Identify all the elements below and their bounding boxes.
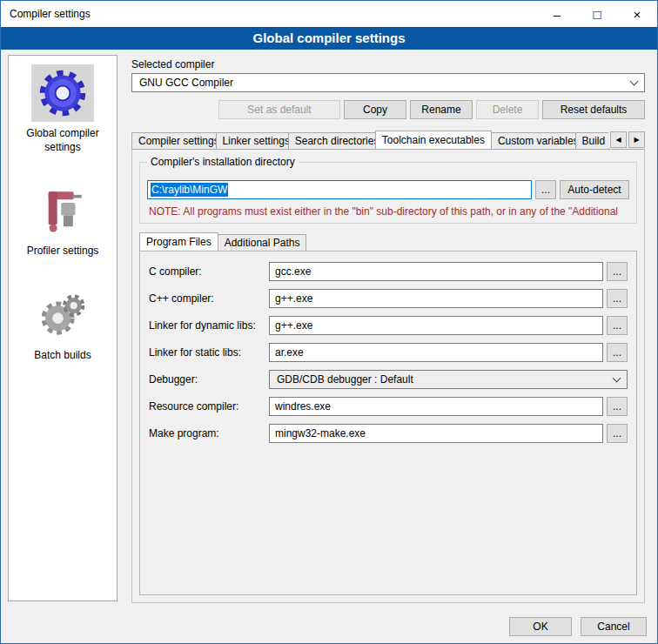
- static-linker-browse-button[interactable]: ...: [607, 343, 628, 362]
- tab-additional-paths[interactable]: Additional Paths: [218, 234, 307, 251]
- cancel-button[interactable]: Cancel: [581, 617, 647, 636]
- browse-directory-button[interactable]: ...: [535, 180, 556, 199]
- c-compiler-input[interactable]: gcc.exe: [269, 262, 603, 281]
- dynamic-linker-browse-button[interactable]: ...: [607, 316, 628, 335]
- program-files-tabbar: Program Files Additional Paths: [139, 232, 637, 251]
- resource-compiler-label: Resource compiler:: [149, 400, 269, 413]
- dialog-footer: OK Cancel: [509, 617, 647, 636]
- tab-search-directories[interactable]: Search directories: [288, 132, 376, 149]
- c-compiler-label: C compiler:: [149, 265, 269, 278]
- settings-tabbar: Compiler settings Linker settings Search…: [131, 131, 645, 149]
- tab-toolchain-executables[interactable]: Toolchain executables: [375, 131, 492, 149]
- maximize-icon: □: [593, 7, 601, 22]
- maximize-button[interactable]: □: [577, 1, 617, 27]
- window-controls: – □ ×: [537, 1, 657, 27]
- blue-gear-icon: [31, 64, 94, 122]
- sidebar-item-batch-builds[interactable]: Batch builds: [9, 286, 117, 363]
- installation-directory-group-title: Compiler's installation directory: [147, 156, 299, 168]
- program-files-panel: C compiler: gcc.exe ... C++ compiler: g+…: [139, 251, 637, 595]
- rename-button[interactable]: Rename: [410, 100, 473, 119]
- make-program-label: Make program:: [149, 427, 269, 439]
- minimize-icon: –: [554, 7, 561, 22]
- tab-program-files[interactable]: Program Files: [139, 232, 218, 251]
- page-title: Global compiler settings: [1, 27, 657, 50]
- main-content: Selected compiler GNU GCC Compiler Set a…: [131, 53, 645, 603]
- tab-scroll-buttons: ◀ ▶: [608, 131, 645, 148]
- close-icon: ×: [634, 7, 641, 22]
- dynamic-linker-label: Linker for dynamic libs:: [149, 319, 269, 332]
- minimize-button[interactable]: –: [537, 1, 577, 27]
- debugger-row: Debugger: GDB/CDB debugger : Default: [149, 370, 628, 389]
- sidebar-item-label: Batch builds: [30, 349, 94, 363]
- sidebar-item-global-compiler-settings[interactable]: Global compiler settings: [9, 64, 117, 154]
- selected-compiler-label: Selected compiler: [131, 58, 645, 70]
- sidebar-item-label: Profiler settings: [24, 245, 103, 258]
- arrow-right-icon: ▶: [634, 136, 639, 144]
- set-as-default-button: Set as default: [218, 100, 340, 119]
- debugger-dropdown[interactable]: GDB/CDB debugger : Default: [269, 370, 628, 389]
- sidebar-item-label: Global compiler settings: [9, 127, 117, 154]
- tab-build-options[interactable]: Build: [575, 132, 609, 149]
- toolchain-executables-page: Compiler's installation directory C:\ray…: [131, 149, 645, 603]
- installation-directory-group: Compiler's installation directory C:\ray…: [139, 162, 637, 224]
- c-compiler-row: C compiler: gcc.exe ...: [149, 262, 628, 281]
- ok-button[interactable]: OK: [509, 617, 572, 636]
- selected-compiler-value: GNU GCC Compiler: [139, 77, 631, 89]
- dynamic-linker-input[interactable]: g++.exe: [269, 316, 603, 335]
- dynamic-linker-row: Linker for dynamic libs: g++.exe ...: [149, 316, 628, 335]
- static-linker-label: Linker for static libs:: [149, 346, 269, 359]
- tab-scroll-left-button[interactable]: ◀: [610, 131, 627, 148]
- make-program-row: Make program: mingw32-make.exe ...: [149, 424, 628, 443]
- bin-subdirectory-note: NOTE: All programs must exist either in …: [149, 205, 629, 218]
- chevron-down-icon: [613, 373, 621, 382]
- selected-compiler-dropdown[interactable]: GNU GCC Compiler: [131, 73, 645, 92]
- installation-directory-value: C:\raylib\MinGW: [151, 183, 228, 197]
- cpp-compiler-browse-button[interactable]: ...: [607, 289, 628, 308]
- tab-scroll-right-button[interactable]: ▶: [628, 131, 645, 148]
- cpp-compiler-row: C++ compiler: g++.exe ...: [149, 289, 628, 308]
- tab-linker-settings[interactable]: Linker settings: [216, 132, 289, 149]
- titlebar[interactable]: Compiler settings – □ ×: [1, 1, 657, 27]
- delete-button: Delete: [476, 100, 539, 119]
- tab-custom-variables[interactable]: Custom variables: [491, 132, 576, 149]
- resource-compiler-row: Resource compiler: windres.exe ...: [149, 397, 628, 416]
- settings-category-sidebar: Global compiler settings Profiler settin…: [8, 55, 118, 601]
- cpp-compiler-input[interactable]: g++.exe: [269, 289, 603, 308]
- resource-compiler-browse-button[interactable]: ...: [607, 397, 628, 416]
- sidebar-item-profiler-settings[interactable]: Profiler settings: [9, 182, 117, 258]
- chevron-down-icon: [630, 77, 639, 85]
- c-compiler-browse-button[interactable]: ...: [607, 262, 628, 281]
- debugger-label: Debugger:: [149, 373, 269, 386]
- reset-defaults-button[interactable]: Reset defaults: [542, 100, 645, 119]
- make-program-input[interactable]: mingw32-make.exe: [269, 424, 603, 443]
- installation-directory-row: C:\raylib\MinGW ... Auto-detect: [147, 180, 629, 199]
- window-title: Compiler settings: [1, 8, 91, 20]
- close-button[interactable]: ×: [617, 1, 657, 27]
- profiler-clamp-icon: [31, 182, 94, 239]
- installation-directory-input[interactable]: C:\raylib\MinGW: [147, 180, 532, 199]
- copy-button[interactable]: Copy: [344, 100, 406, 119]
- compiler-actions: Set as default Copy Rename Delete Reset …: [131, 100, 645, 119]
- auto-detect-button[interactable]: Auto-detect: [560, 180, 629, 199]
- static-linker-row: Linker for static libs: ar.exe ...: [149, 343, 628, 362]
- static-linker-input[interactable]: ar.exe: [269, 343, 603, 362]
- make-program-browse-button[interactable]: ...: [607, 424, 628, 443]
- cpp-compiler-label: C++ compiler:: [149, 292, 269, 305]
- tab-compiler-settings[interactable]: Compiler settings: [131, 132, 217, 149]
- compiler-settings-dialog: Compiler settings – □ × Global compiler …: [0, 0, 658, 644]
- gray-gears-icon: [31, 286, 94, 344]
- resource-compiler-input[interactable]: windres.exe: [269, 397, 603, 416]
- arrow-left-icon: ◀: [615, 136, 621, 144]
- debugger-value: GDB/CDB debugger : Default: [277, 373, 614, 386]
